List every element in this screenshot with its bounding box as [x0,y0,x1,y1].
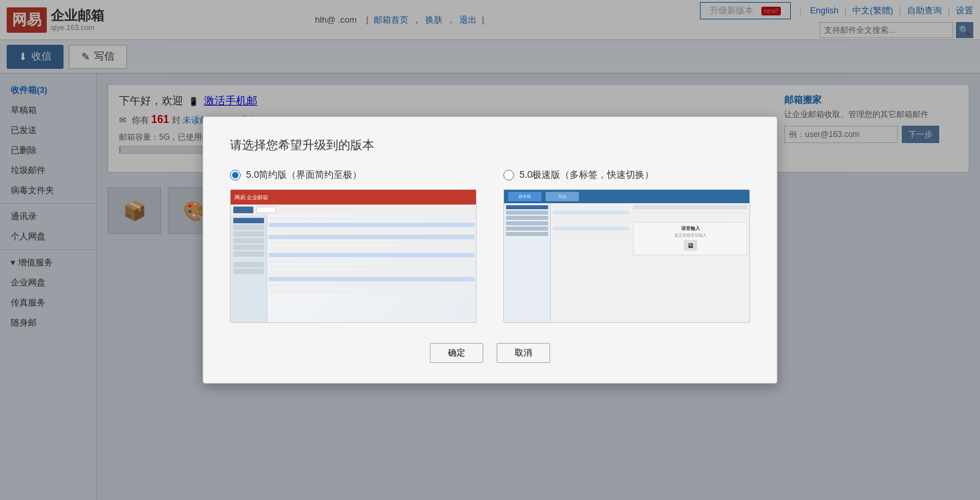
prev2-voice-box: 语音输入 真正实现手写输入 🖥 [633,222,747,255]
prev2-mail-list [551,203,631,322]
prev2-left [504,203,551,322]
modal-option-speed: 5.0极速版（多标签，快速切换） 收件箱 写信 [503,169,750,323]
cancel-button[interactable]: 取消 [497,343,550,363]
option1-label-row: 5.0简约版（界面简约至极） [230,169,477,181]
prev1-header-text: 网易 企业邮箱 [235,194,268,201]
prev2-tab2: 写信 [545,192,579,201]
prev2-content: 语音输入 真正实现手写输入 🖥 [504,203,749,322]
modal-option-simple: 5.0简约版（界面简约至极） 网易 企业邮箱 [230,169,477,323]
prev1-main [267,215,476,322]
prev1-body [231,215,476,322]
option2-label: 5.0极速版（多标签，快速切换） [519,169,654,181]
modal-buttons: 确定 取消 [230,343,750,363]
option1-preview: 网易 企业邮箱 [230,189,477,323]
prev1-toolbar [231,205,476,215]
prev2-topbar: 收件箱 写信 [504,190,749,203]
option1-radio[interactable] [230,170,241,180]
prev2-tab1: 收件箱 [508,192,541,201]
upgrade-modal: 请选择您希望升级到的版本 5.0简约版（界面简约至极） 网易 企业邮箱 [203,116,777,384]
confirm-button[interactable]: 确定 [430,343,483,363]
option1-label: 5.0简约版（界面简约至极） [246,169,362,181]
option2-preview: 收件箱 写信 [503,189,750,323]
prev1-header: 网易 企业邮箱 [231,190,476,205]
option2-radio[interactable] [503,170,514,180]
prev2-preview-pane: 语音输入 真正实现手写输入 🖥 [631,203,749,322]
modal-overlay: 请选择您希望升级到的版本 5.0简约版（界面简约至极） 网易 企业邮箱 [0,0,980,500]
option2-label-row: 5.0极速版（多标签，快速切换） [503,169,750,181]
prev2-right-area: 语音输入 真正实现手写输入 🖥 [551,203,749,322]
modal-title: 请选择您希望升级到的版本 [230,137,750,153]
prev1-sidebar [231,215,267,322]
modal-options: 5.0简约版（界面简约至极） 网易 企业邮箱 [230,169,750,323]
